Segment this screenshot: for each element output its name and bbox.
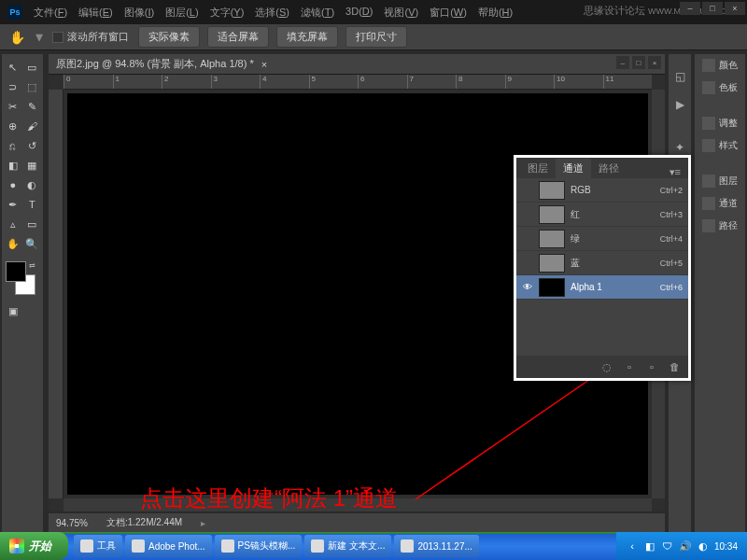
doc-close-button[interactable]: ×: [648, 56, 661, 69]
history-brush-tool[interactable]: ↺: [23, 136, 42, 155]
channel-shortcut: Ctrl+2: [660, 186, 683, 195]
quick-select-tool[interactable]: ⬚: [23, 77, 42, 96]
taskbar-item[interactable]: 新建 文本文...: [304, 535, 391, 557]
clock[interactable]: 10:34: [714, 541, 738, 552]
swap-colors-icon[interactable]: ⇄: [29, 261, 35, 270]
tray-icon[interactable]: ◧: [643, 539, 656, 553]
hand-tool[interactable]: ✋: [4, 234, 22, 253]
option-button[interactable]: 填充屏幕: [276, 26, 338, 48]
menu-v[interactable]: 视图(V): [380, 4, 422, 21]
doc-maximize-button[interactable]: □: [632, 56, 645, 69]
pen-tool[interactable]: ✒: [4, 195, 22, 214]
dock-0[interactable]: 颜色: [695, 54, 745, 77]
foreground-color[interactable]: [6, 261, 26, 282]
channel-name: 绿: [571, 232, 655, 245]
zoom-tool[interactable]: 🔍: [23, 234, 42, 253]
menu-w[interactable]: 窗口(W): [426, 4, 471, 21]
menu-i[interactable]: 图像(I): [120, 4, 158, 21]
visibility-icon[interactable]: [522, 185, 533, 196]
shape-tool[interactable]: ▭: [23, 215, 42, 233]
channel-name: Alpha 1: [571, 282, 655, 292]
menu-h[interactable]: 帮助(H): [474, 4, 516, 21]
option-button[interactable]: 打印尺寸: [345, 26, 407, 48]
color-swatches[interactable]: ⇄: [4, 261, 37, 295]
tab-channels[interactable]: 通道: [556, 159, 591, 178]
document-tab[interactable]: 原图2.jpg @ 94.8% (背景 副本, Alpha 1/8) * × –…: [49, 54, 665, 75]
taskbar-item[interactable]: 工具: [74, 535, 122, 557]
doc-size-info[interactable]: 文档:1.22M/2.44M: [106, 516, 182, 529]
type-tool[interactable]: T: [23, 195, 42, 214]
tray-icon[interactable]: 🔊: [679, 539, 692, 553]
lasso-tool[interactable]: ⊃: [4, 77, 22, 96]
gradient-tool[interactable]: ▦: [23, 156, 42, 175]
menu-f[interactable]: 文件(F): [30, 4, 71, 21]
visibility-icon[interactable]: [522, 233, 533, 245]
close-icon[interactable]: ×: [261, 59, 267, 70]
tab-layers[interactable]: 图层: [520, 159, 556, 178]
eyedropper-tool[interactable]: ✎: [23, 97, 42, 116]
channel-row[interactable]: 👁Alpha 1Ctrl+6: [516, 275, 688, 300]
tab-paths[interactable]: 路径: [591, 159, 627, 178]
option-button[interactable]: 实际像素: [138, 26, 200, 48]
move-tool[interactable]: ↖: [4, 58, 22, 77]
menu-s[interactable]: 选择(S): [251, 4, 293, 21]
heal-tool[interactable]: ⊕: [4, 117, 22, 135]
minimize-button[interactable]: –: [680, 2, 700, 15]
maximize-button[interactable]: □: [702, 2, 723, 15]
dock-3[interactable]: 样式: [695, 134, 745, 157]
panel-menu-icon[interactable]: ▾≡: [666, 166, 684, 178]
dock-6[interactable]: 路径: [695, 215, 745, 237]
history-icon[interactable]: ◱: [669, 65, 691, 88]
channel-shortcut: Ctrl+3: [660, 210, 683, 219]
menu-l[interactable]: 图层(L): [162, 4, 202, 21]
dock-2[interactable]: 调整: [695, 112, 745, 134]
delete-channel-icon[interactable]: 🗑: [668, 360, 681, 373]
channel-row[interactable]: 红Ctrl+3: [516, 203, 688, 227]
menu-d[interactable]: 3D(D): [342, 4, 376, 21]
save-selection-icon[interactable]: ▫: [623, 360, 636, 373]
screenmode-tool[interactable]: ▣: [4, 301, 22, 320]
eraser-tool[interactable]: ◧: [4, 156, 22, 175]
channel-row[interactable]: 绿Ctrl+4: [516, 227, 688, 251]
ruler-horizontal[interactable]: 01234567891011: [63, 75, 652, 90]
tray-icon[interactable]: ‹: [626, 539, 639, 553]
scroll-all-checkbox[interactable]: 滚动所有窗口: [52, 30, 129, 44]
channel-row[interactable]: RGBCtrl+2: [516, 178, 688, 203]
channel-shortcut: Ctrl+5: [660, 259, 683, 268]
marquee-tool[interactable]: ▭: [23, 58, 42, 77]
channel-shortcut: Ctrl+4: [660, 234, 683, 244]
stamp-tool[interactable]: ⎌: [4, 136, 22, 155]
brush-tool[interactable]: 🖌: [23, 117, 42, 135]
menu-y[interactable]: 文字(Y): [206, 4, 248, 21]
dodge-tool[interactable]: ◐: [23, 175, 42, 194]
path-select-tool[interactable]: ▵: [4, 215, 22, 233]
dock-5[interactable]: 通道: [695, 192, 745, 215]
play-icon[interactable]: ▶: [669, 93, 691, 116]
visibility-icon[interactable]: 👁: [522, 282, 533, 293]
dock-1[interactable]: 色板: [695, 77, 745, 99]
ruler-vertical[interactable]: [49, 90, 63, 498]
menu-e[interactable]: 编辑(E): [75, 4, 117, 21]
channel-row[interactable]: 蓝Ctrl+5: [516, 251, 688, 275]
crop-tool[interactable]: ✂: [4, 97, 22, 116]
taskbar-item[interactable]: Adobe Phot...: [125, 535, 212, 557]
tray-icon[interactable]: 🛡: [661, 539, 674, 553]
panel-tabs: 图层 通道 路径 ▾≡: [516, 158, 688, 178]
start-button[interactable]: 开始: [0, 532, 68, 560]
new-channel-icon[interactable]: ▫: [645, 360, 658, 373]
taskbar-item[interactable]: 2013.11.27...: [394, 535, 478, 557]
system-tray[interactable]: ‹ ◧ 🛡 🔊 ◐ 10:34: [616, 532, 747, 560]
zoom-level[interactable]: 94.75%: [56, 518, 88, 528]
menu-t[interactable]: 滤镜(T): [297, 4, 338, 21]
close-button[interactable]: ×: [725, 2, 745, 15]
tray-icon[interactable]: ◐: [697, 539, 710, 553]
channel-thumbnail: [539, 254, 565, 273]
dock-4[interactable]: 图层: [695, 170, 745, 192]
taskbar-item[interactable]: PS镜头模糊...: [215, 535, 303, 557]
visibility-icon[interactable]: [522, 209, 533, 220]
blur-tool[interactable]: ●: [4, 175, 22, 194]
doc-minimize-button[interactable]: –: [616, 56, 629, 69]
load-selection-icon[interactable]: ◌: [600, 360, 613, 373]
visibility-icon[interactable]: [522, 258, 533, 269]
option-button[interactable]: 适合屏幕: [207, 26, 269, 48]
